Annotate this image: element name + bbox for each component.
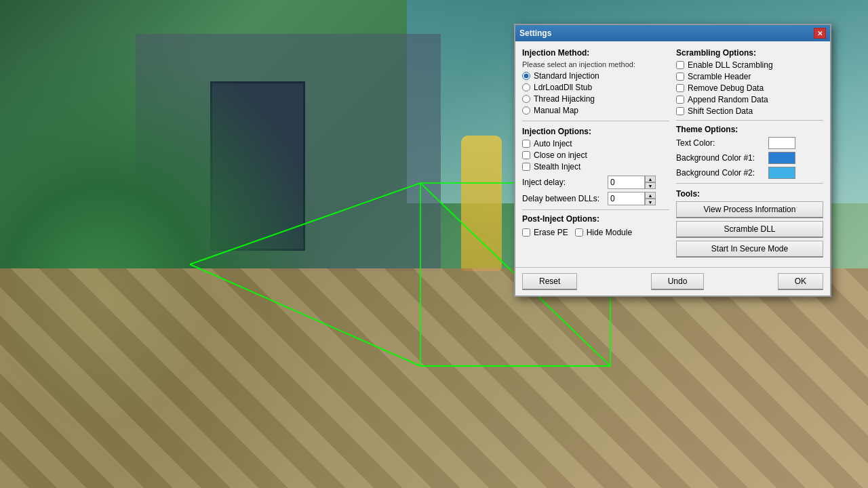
bg-color2-row: Background Color #2: <box>676 167 823 179</box>
checkbox-close-on-inject: Close on inject <box>522 150 669 160</box>
injection-method-subtitle: Please select an injection method: <box>522 60 669 68</box>
checkbox-hide-module: Hide Module <box>575 228 632 237</box>
injection-options-title: Injection Options: <box>522 127 669 136</box>
radio-manual-label: Manual Map <box>534 106 578 115</box>
scramble-header-label: Scramble Header <box>688 72 751 81</box>
inject-delay-row: Inject delay: ▲ ▼ <box>522 176 669 189</box>
injection-options-section: Injection Options: Auto Inject Close on … <box>522 127 669 205</box>
text-color-row: Text Color: <box>676 137 823 149</box>
ok-button[interactable]: OK <box>778 273 823 290</box>
dialog-content: Injection Method: Please select an injec… <box>515 41 830 267</box>
radio-thread-hijacking: Thread Hijacking <box>522 94 669 104</box>
radio-thread-label: Thread Hijacking <box>534 94 595 104</box>
checkbox-shift-section: Shift Section Data <box>676 106 823 116</box>
shift-section-checkbox[interactable] <box>676 107 684 115</box>
scrambling-section: Scrambling Options: Enable DLL Scramblin… <box>676 48 823 116</box>
divider-1 <box>522 121 669 121</box>
checkbox-scramble-header: Scramble Header <box>676 72 823 81</box>
delay-between-up[interactable]: ▲ <box>645 192 656 199</box>
scramble-dll-button[interactable]: Scramble DLL <box>676 221 823 238</box>
checkbox-append-random: Append Random Data <box>676 95 823 104</box>
radio-manual-input[interactable] <box>522 106 530 115</box>
scrambling-checkboxes: Enable DLL Scrambling Scramble Header Re… <box>676 60 823 116</box>
enable-dll-scrambling-label: Enable DLL Scrambling <box>688 60 773 70</box>
bg-color1-row: Background Color #1: <box>676 152 823 164</box>
dialog-footer: Reset Undo OK <box>515 267 830 296</box>
erase-pe-label: Erase PE <box>534 228 568 237</box>
close-inject-checkbox[interactable] <box>522 151 530 159</box>
dialog-close-button[interactable]: ✕ <box>814 28 826 39</box>
close-inject-label: Close on inject <box>534 150 587 160</box>
injection-options-checkboxes: Auto Inject Close on inject Stealth Inje… <box>522 139 669 171</box>
checkbox-remove-debug: Remove Debug Data <box>676 83 823 93</box>
remove-debug-label: Remove Debug Data <box>688 83 764 93</box>
remove-debug-checkbox[interactable] <box>676 84 684 92</box>
undo-button[interactable]: Undo <box>651 273 705 290</box>
delay-between-label: Delay between DLLs: <box>522 194 604 203</box>
tools-title: Tools: <box>676 189 823 199</box>
radio-ldr-input[interactable] <box>522 83 530 92</box>
enable-dll-scrambling-checkbox[interactable] <box>676 61 684 69</box>
radio-standard-injection: Standard Injection <box>522 71 669 81</box>
inject-delay-spinner-buttons: ▲ ▼ <box>645 176 656 189</box>
delay-between-down[interactable]: ▼ <box>645 199 656 205</box>
auto-inject-checkbox[interactable] <box>522 140 530 148</box>
tools-section: Tools: View Process Information Scramble… <box>676 189 823 258</box>
injection-method-radio-group: Standard Injection LdrLoadDll Stub Threa… <box>522 71 669 115</box>
theme-title: Theme Options: <box>676 125 823 134</box>
inject-delay-down[interactable]: ▼ <box>645 182 656 189</box>
injection-method-section: Injection Method: Please select an injec… <box>522 48 669 115</box>
append-random-checkbox[interactable] <box>676 96 684 104</box>
inject-delay-input[interactable] <box>608 176 645 189</box>
view-process-info-button[interactable]: View Process Information <box>676 201 823 218</box>
checkbox-erase-pe: Erase PE <box>522 228 568 237</box>
append-random-label: Append Random Data <box>688 95 768 104</box>
theme-section: Theme Options: Text Color: Background Co… <box>676 125 823 179</box>
post-inject-section: Post-Inject Options: Erase PE Hide Modul… <box>522 214 669 239</box>
divider-4 <box>676 183 823 184</box>
stealth-inject-checkbox[interactable] <box>522 163 530 171</box>
text-color-label: Text Color: <box>676 138 764 148</box>
injection-method-title: Injection Method: <box>522 48 669 58</box>
scrambling-title: Scrambling Options: <box>676 48 823 58</box>
radio-ldr-label: LdrLoadDll Stub <box>534 83 592 92</box>
delay-between-row: Delay between DLLs: ▲ ▼ <box>522 192 669 205</box>
radio-thread-input[interactable] <box>522 95 530 103</box>
delay-between-input[interactable] <box>608 192 645 205</box>
delay-between-spinner-buttons: ▲ ▼ <box>645 192 656 205</box>
hide-module-checkbox[interactable] <box>575 228 583 237</box>
radio-standard-label: Standard Injection <box>534 71 599 81</box>
erase-pe-checkbox[interactable] <box>522 228 530 237</box>
text-color-swatch[interactable] <box>768 137 795 149</box>
settings-dialog: Settings ✕ Injection Method: Please sele… <box>514 24 831 297</box>
checkbox-enable-dll-scrambling: Enable DLL Scrambling <box>676 60 823 70</box>
radio-ldr-stub: LdrLoadDll Stub <box>522 83 669 92</box>
stealth-inject-label: Stealth Inject <box>534 162 580 171</box>
yellow-figure <box>461 136 502 271</box>
floor-background <box>0 268 868 488</box>
dialog-titlebar: Settings ✕ <box>515 25 830 41</box>
bg-color1-swatch[interactable] <box>768 152 795 164</box>
inject-delay-up[interactable]: ▲ <box>645 176 656 182</box>
inject-delay-label: Inject delay: <box>522 178 604 187</box>
scramble-header-checkbox[interactable] <box>676 73 684 81</box>
post-inject-title: Post-Inject Options: <box>522 214 669 224</box>
right-column: Scrambling Options: Enable DLL Scramblin… <box>676 48 823 260</box>
checkbox-auto-inject: Auto Inject <box>522 139 669 148</box>
radio-manual-map: Manual Map <box>522 106 669 115</box>
shift-section-label: Shift Section Data <box>688 106 753 116</box>
checkbox-stealth-inject: Stealth Inject <box>522 162 669 171</box>
bg-color2-label: Background Color #2: <box>676 168 764 178</box>
divider-3 <box>676 120 823 121</box>
radio-standard-input[interactable] <box>522 72 530 80</box>
post-inject-checkboxes: Erase PE Hide Module <box>522 228 669 239</box>
reset-button[interactable]: Reset <box>522 273 577 290</box>
bg-color1-label: Background Color #1: <box>676 153 764 163</box>
delay-between-spinner: ▲ ▼ <box>608 192 656 205</box>
start-secure-mode-button[interactable]: Start In Secure Mode <box>676 241 823 258</box>
dialog-title: Settings <box>519 28 551 38</box>
divider-2 <box>522 209 669 210</box>
auto-inject-label: Auto Inject <box>534 139 572 148</box>
bg-color2-swatch[interactable] <box>768 167 795 179</box>
hide-module-label: Hide Module <box>587 228 632 237</box>
